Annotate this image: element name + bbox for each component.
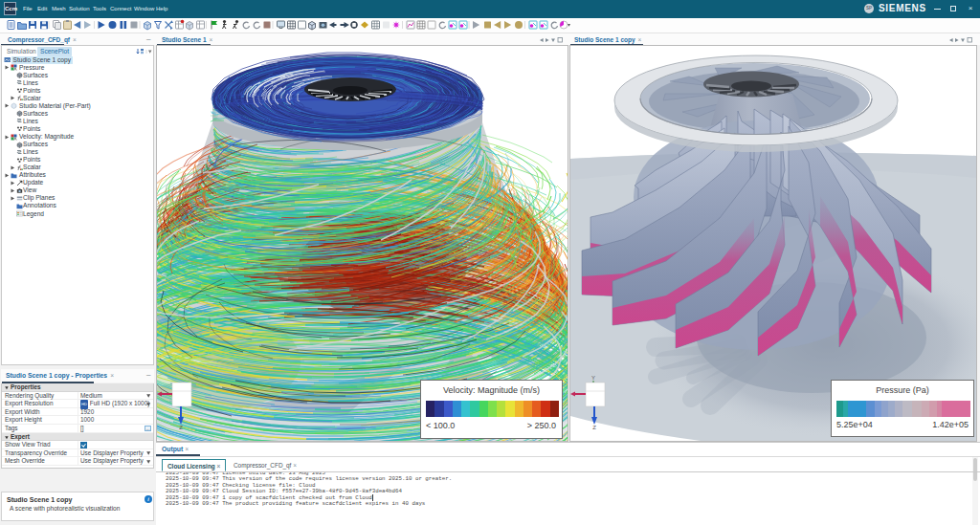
svg-text:Z: Z [179,425,183,430]
svg-text:Z: Z [592,425,596,430]
svg-text:Y: Y [591,375,595,381]
